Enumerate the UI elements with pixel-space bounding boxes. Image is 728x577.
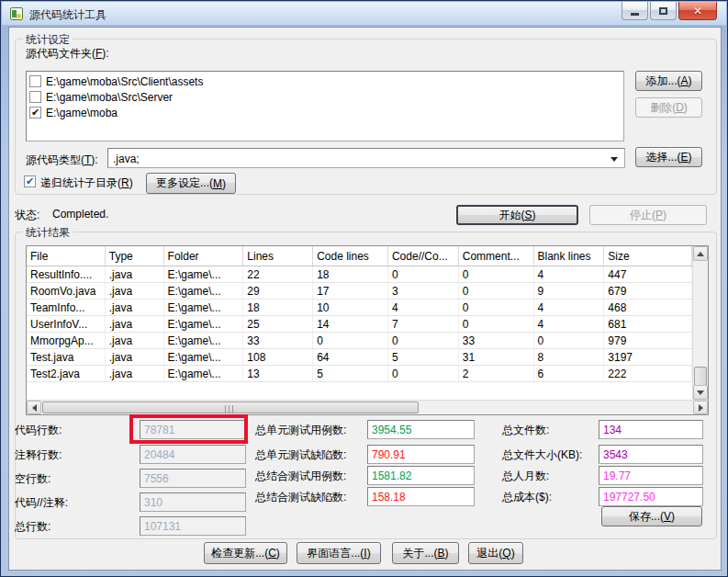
folder-checkbox[interactable] (29, 75, 41, 87)
app-icon (10, 7, 23, 20)
source-type-combobox[interactable]: .java; (107, 148, 625, 168)
check-update-button[interactable]: 检查更新...(C) (204, 542, 287, 564)
about-button[interactable]: 关于...(B) (392, 542, 459, 564)
total-middle-label: 总结合测试用例数: (255, 469, 346, 484)
column-header[interactable]: File (27, 246, 106, 266)
folder-checkbox[interactable] (29, 91, 41, 103)
table-cell: 0 (534, 333, 605, 348)
recurse-checkbox[interactable]: ✔ (24, 175, 36, 187)
table-row[interactable]: ResultInfo.....javaE:\game\...2218004447 (27, 266, 692, 283)
arrow-right-icon (699, 404, 703, 412)
folder-item[interactable]: E:\game\moba\Src\Server (27, 89, 623, 105)
more-settings-button[interactable]: 更多设定...(M) (146, 173, 236, 194)
vertical-scrollbar[interactable] (692, 246, 708, 400)
table-cell: .java (106, 283, 164, 299)
folder-list[interactable]: E:\game\moba\Src\Client\assetsE:\game\mo… (26, 71, 624, 141)
table-cell: 25 (243, 316, 313, 332)
minimize-button[interactable] (622, 2, 648, 20)
table-cell: Test2.java (27, 366, 106, 381)
add-folder-button[interactable]: 添加...(A) (635, 71, 702, 91)
total-middle-label: 总单元测试用例数: (255, 423, 346, 438)
total-right-label: 总文件数: (502, 423, 549, 438)
table-cell: 468 (604, 300, 692, 315)
table-row[interactable]: UserInfoV....javaE:\game\...2514704681 (27, 316, 692, 333)
scroll-down-button[interactable] (693, 385, 708, 400)
column-header[interactable]: Code lines (313, 246, 388, 266)
table-row[interactable]: TeamInfo....javaE:\game\...1810404468 (27, 300, 692, 316)
table-cell: E:\game\... (164, 283, 244, 299)
column-header[interactable]: Code//Co... (388, 246, 459, 266)
total-right-value[interactable]: 197727.50 (599, 487, 703, 506)
exit-button[interactable]: 退出(Q) (468, 542, 523, 564)
recurse-checkbox-label[interactable]: 递归统计子目录(R) (40, 175, 133, 191)
vertical-scroll-thumb[interactable] (694, 367, 707, 386)
table-cell: 33 (243, 333, 313, 348)
total-left-label: 总行数: (15, 519, 50, 535)
combobox-dropdown-icon[interactable] (610, 157, 618, 162)
select-type-button[interactable]: 选择...(E) (635, 147, 702, 167)
total-middle-value[interactable]: 1581.82 (367, 466, 475, 485)
total-middle-value[interactable]: 3954.55 (367, 420, 475, 439)
total-middle-label: 总单元测试缺陷数: (255, 447, 346, 463)
horizontal-scroll-thumb[interactable] (42, 402, 419, 413)
language-button[interactable]: 界面语言...(I) (297, 542, 381, 564)
table-cell: 681 (604, 316, 692, 332)
results-table: FileTypeFolderLinesCode linesCode//Co...… (26, 245, 709, 415)
table-row[interactable]: MmorpgAp....javaE:\game\...3300330979 (27, 333, 692, 349)
total-right-value[interactable]: 19.77 (599, 466, 703, 485)
table-body: ResultInfo.....javaE:\game\...2218004447… (27, 266, 692, 382)
folder-item[interactable]: E:\game\moba\Src\Client\assets (27, 74, 623, 89)
total-right-value[interactable]: 134 (599, 420, 703, 439)
save-button[interactable]: 保存...(V) (601, 506, 702, 526)
start-button[interactable]: 开始(S) (456, 205, 578, 225)
table-cell: MmorpgAp... (27, 333, 106, 348)
scroll-right-button[interactable] (693, 401, 708, 414)
table-cell: 108 (243, 349, 313, 365)
thumb-grip-icon (225, 405, 235, 413)
table-cell: Test.java (27, 349, 106, 365)
maximize-button[interactable] (650, 2, 677, 20)
table-cell: E:\game\... (164, 366, 244, 381)
minimize-icon (631, 13, 639, 16)
total-right-value[interactable]: 3543 (599, 445, 703, 464)
table-cell: .java (106, 316, 164, 332)
folders-label: 源代码文件夹(F): (26, 46, 109, 62)
table-cell: 4 (534, 316, 605, 332)
table-cell: TeamInfo... (27, 300, 106, 315)
scroll-left-button[interactable] (27, 401, 41, 414)
table-cell: .java (106, 266, 164, 282)
column-header[interactable]: Lines (243, 246, 313, 266)
column-header[interactable]: Folder (164, 246, 244, 266)
total-left-value: 78781 (140, 420, 246, 439)
column-header[interactable]: Type (106, 246, 164, 266)
column-header[interactable]: Size (604, 246, 692, 266)
table-cell: 679 (604, 283, 692, 299)
column-header[interactable]: Comment... (459, 246, 534, 266)
client-area: 统计设定 源代码文件夹(F): E:\game\moba\Src\Client\… (8, 27, 722, 571)
source-type-label: 源代码类型(T): (26, 153, 98, 168)
horizontal-scrollbar[interactable] (27, 400, 708, 414)
table-row[interactable]: Test.java.javaE:\game\...1086453183197 (27, 349, 692, 366)
arrow-down-icon (697, 390, 704, 395)
folder-item[interactable]: ✔E:\game\moba (27, 105, 623, 120)
table-cell: 18 (243, 300, 313, 315)
table-cell: 13 (243, 366, 313, 381)
table-cell: .java (106, 366, 164, 381)
folder-checkbox[interactable]: ✔ (29, 107, 41, 119)
table-cell: 222 (604, 366, 692, 381)
column-header[interactable]: Blank lines (534, 246, 605, 266)
status-label: 状态: (15, 208, 39, 223)
close-button[interactable]: ✕ (678, 2, 717, 20)
table-cell: .java (106, 349, 164, 365)
table-cell: 4 (534, 300, 605, 315)
total-right-label: 总人月数: (502, 469, 549, 484)
total-middle-value[interactable]: 790.91 (367, 445, 475, 464)
total-middle-value[interactable]: 158.18 (367, 487, 475, 506)
table-row[interactable]: Test2.java.javaE:\game\...135026222 (27, 366, 692, 382)
table-cell: 0 (388, 366, 459, 381)
table-cell: E:\game\... (164, 333, 244, 348)
scroll-up-button[interactable] (693, 246, 708, 261)
table-cell: 22 (243, 266, 313, 282)
table-cell: RoomVo.java (27, 283, 106, 299)
table-row[interactable]: RoomVo.java.javaE:\game\...2917309679 (27, 283, 692, 300)
